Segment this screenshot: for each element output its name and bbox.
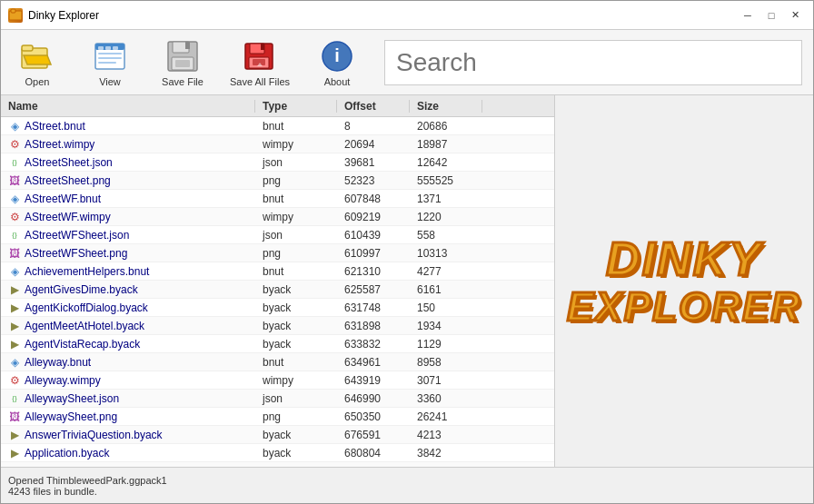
cell-offset: 634961 (337, 356, 410, 369)
svg-rect-19 (261, 44, 264, 50)
save-file-label: Save File (162, 76, 204, 87)
cell-name: ▶ AgentVistaRecap.byack (1, 338, 255, 351)
svg-rect-3 (22, 45, 33, 51)
search-input[interactable] (384, 40, 802, 85)
cell-name: ⚙ Alleyway.wimpy (1, 374, 255, 387)
open-label: Open (25, 76, 50, 87)
maximize-button[interactable]: □ (760, 6, 782, 25)
list-header: Name Type Offset Size (1, 95, 554, 117)
cell-type: wimpy (255, 374, 337, 387)
main-content: Name Type Offset Size ◈ AStreet.bnut bnu… (1, 95, 813, 467)
table-row[interactable]: ⚙ Alleyway.wimpy wimpy 643919 3071 (1, 371, 554, 390)
cell-size: 4277 (410, 265, 482, 278)
cell-type: byack (255, 283, 337, 296)
table-row[interactable]: 🖼 AStreetSheet.png png 52323 555525 (1, 172, 554, 190)
table-row[interactable]: {} AStreetWFSheet.json json 610439 558 (1, 226, 554, 244)
cell-size: 6161 (410, 283, 482, 296)
cell-offset: 52323 (337, 174, 410, 187)
header-size: Size (410, 100, 482, 113)
png-icon: 🖼 (8, 410, 21, 423)
bnut-icon: ◈ (8, 356, 21, 369)
cell-name: ◈ Alleyway.bnut (1, 356, 255, 369)
cell-offset: 676591 (337, 429, 410, 441)
save-file-button[interactable]: Save File (146, 34, 219, 92)
table-row[interactable]: ⚙ AStreetWF.wimpy wimpy 609219 1220 (1, 208, 554, 226)
table-row[interactable]: 🖼 AStreetWFSheet.png png 610997 10313 (1, 244, 554, 262)
cell-type: bnut (255, 356, 337, 369)
svg-text:i: i (334, 45, 340, 65)
png-icon: 🖼 (8, 174, 21, 187)
close-button[interactable]: ✕ (784, 6, 806, 25)
cell-name: ▶ AgentMeetAtHotel.byack (1, 320, 255, 332)
cell-name: ◈ AchievementHelpers.bnut (1, 265, 255, 278)
title-bar: Dinky Explorer ─ □ ✕ (1, 1, 813, 30)
table-row[interactable]: {} AlleywaySheet.json json 646990 3360 (1, 390, 554, 408)
cell-size: 18987 (410, 138, 482, 151)
byack-icon: ▶ (8, 320, 21, 332)
cell-name: ⚙ AStreet.wimpy (1, 138, 255, 151)
cell-type: json (255, 229, 337, 242)
cell-offset: 625587 (337, 283, 410, 296)
cell-size: 1220 (410, 211, 482, 223)
table-row[interactable]: 🖼 AlleywaySheet.png png 650350 26241 (1, 408, 554, 426)
cell-type: wimpy (255, 211, 337, 223)
about-button[interactable]: i About (301, 34, 373, 92)
cell-size: 10313 (410, 247, 482, 260)
cell-type: byack (255, 447, 337, 460)
save-all-button[interactable]: Save All Files (219, 34, 301, 92)
table-row[interactable]: ▶ AgentKickoffDialog.byack byack 631748 … (1, 299, 554, 317)
cell-name: ◈ AStreetWF.bnut (1, 193, 255, 205)
table-row[interactable]: ◈ Alleyway.bnut bnut 634961 8958 (1, 353, 554, 371)
cell-offset: 39681 (337, 156, 410, 169)
cell-name: ▶ AgentKickoffDialog.byack (1, 301, 255, 314)
table-row[interactable]: {} AStreetSheet.json json 39681 12642 (1, 153, 554, 172)
cell-name: {} AStreetWFSheet.json (1, 229, 255, 242)
cell-name: 🖼 AlleywaySheet.png (1, 410, 255, 423)
status-bar: Opened ThimbleweedPark.ggpack1 4243 file… (1, 467, 813, 503)
svg-rect-9 (98, 53, 122, 54)
cell-type: byack (255, 338, 337, 351)
table-row[interactable]: ◈ AchievementHelpers.bnut bnut 621310 42… (1, 262, 554, 281)
bnut-icon: ◈ (8, 120, 21, 133)
cell-type: json (255, 156, 337, 169)
app-icon (8, 8, 23, 23)
table-row[interactable]: ▶ Application.byack byack 680804 3842 (1, 444, 554, 462)
cell-size: 555525 (410, 174, 482, 187)
cell-type: bnut (255, 120, 337, 133)
table-row[interactable]: ⚙ AStreet.wimpy wimpy 20694 18987 (1, 135, 554, 153)
cell-size: 12642 (410, 156, 482, 169)
save-file-icon (164, 38, 201, 74)
window-title: Dinky Explorer (28, 9, 99, 22)
cell-offset: 650350 (337, 410, 410, 423)
svg-rect-6 (98, 46, 104, 50)
cell-offset: 643919 (337, 374, 410, 387)
svg-rect-1 (11, 9, 15, 13)
cell-type: png (255, 410, 337, 423)
table-row[interactable]: ▶ AnswerTriviaQuestion.byack byack 67659… (1, 426, 554, 444)
dinky-logo: DINKY EXPLORER (567, 233, 801, 330)
json-icon: {} (8, 392, 21, 405)
svg-rect-14 (185, 42, 190, 49)
open-button[interactable]: Open (1, 34, 74, 92)
cell-size: 3842 (410, 447, 482, 460)
cell-offset: 607848 (337, 193, 410, 205)
table-row[interactable]: ▶ AgentMeetAtHotel.byack byack 631898 19… (1, 317, 554, 335)
table-row[interactable]: ▶ AgentGivesDime.byack byack 625587 6161 (1, 281, 554, 299)
table-row[interactable]: ◈ AStreet.bnut bnut 8 20686 (1, 117, 554, 135)
table-row[interactable]: ◈ AStreetWF.bnut bnut 607848 1371 (1, 190, 554, 208)
table-row[interactable]: ▶ AgentVistaRecap.byack byack 633832 112… (1, 335, 554, 353)
minimize-button[interactable]: ─ (737, 6, 759, 25)
cell-type: byack (255, 301, 337, 314)
wimpy-icon: ⚙ (8, 374, 21, 387)
wimpy-icon: ⚙ (8, 211, 21, 223)
open-icon (19, 38, 55, 74)
view-button[interactable]: View (74, 34, 146, 92)
about-icon: i (319, 38, 355, 74)
file-list-body: ◈ AStreet.bnut bnut 8 20686 ⚙ AStreet.wi… (1, 117, 554, 467)
view-icon (92, 38, 128, 74)
cell-size: 20686 (410, 120, 482, 133)
cell-size: 8958 (410, 356, 482, 369)
cell-name: ▶ AgentGivesDime.byack (1, 283, 255, 296)
cell-size: 26241 (410, 410, 482, 423)
cell-offset: 610439 (337, 229, 410, 242)
